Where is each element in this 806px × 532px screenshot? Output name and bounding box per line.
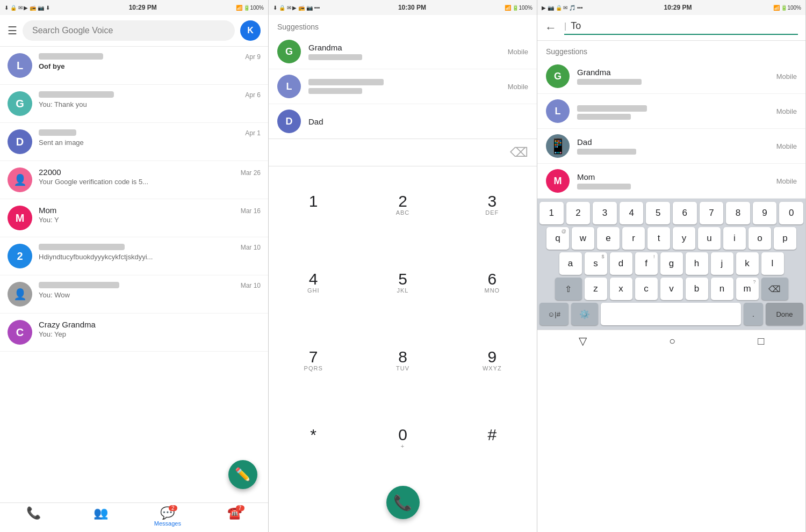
kb-key-8[interactable]: 8 bbox=[726, 202, 750, 224]
kb-key-9[interactable]: 9 bbox=[753, 202, 777, 224]
p3-sugg-grandma[interactable]: G Grandma Mobile bbox=[537, 59, 805, 94]
conv-item-22000[interactable]: 👤 22000 Mar 26 Your Google verification … bbox=[0, 161, 268, 199]
conv-item-hdiyn[interactable]: 2 Mar 10 Hdiyndtucyfbuokdyyykcykfctjskdy… bbox=[0, 237, 268, 275]
kb-key-2[interactable]: 2 bbox=[566, 202, 591, 224]
android-home-btn[interactable]: ○ bbox=[669, 335, 675, 347]
kb-key-q[interactable]: @q bbox=[546, 227, 569, 250]
kb-key-1[interactable]: 1 bbox=[539, 202, 564, 224]
p3-sugg-L[interactable]: L Mobile bbox=[537, 94, 805, 129]
kb-key-c[interactable]: c bbox=[635, 278, 658, 300]
call-button[interactable]: 📞 bbox=[386, 486, 420, 519]
conv-item-image[interactable]: D Apr 1 Sent an image bbox=[0, 123, 268, 161]
kb-key-b[interactable]: b bbox=[686, 278, 708, 300]
p3-sugg-info-grandma: Grandma bbox=[577, 68, 776, 85]
kb-key-t[interactable]: t bbox=[647, 227, 670, 250]
kb-key-p[interactable]: p bbox=[774, 227, 796, 250]
dial-key-2[interactable]: 2ABC bbox=[358, 166, 447, 244]
p3-sugg-type-mom: Mobile bbox=[776, 177, 797, 185]
kb-done-key[interactable]: Done bbox=[766, 303, 803, 325]
dialer-sugg-grandma[interactable]: G Grandma Mobile bbox=[269, 34, 537, 69]
p3-sugg-phone-mom bbox=[577, 184, 631, 190]
kb-key-4[interactable]: 4 bbox=[620, 202, 644, 224]
kb-key-h[interactable]: h bbox=[686, 252, 708, 275]
dial-key-5[interactable]: 5JKL bbox=[358, 244, 447, 322]
kb-key-x[interactable]: x bbox=[610, 278, 632, 300]
kb-key-y[interactable]: y bbox=[673, 227, 695, 250]
conv-item-thankyou[interactable]: G Apr 6 You: Thank you bbox=[0, 85, 268, 123]
back-arrow-icon[interactable]: ← bbox=[545, 21, 557, 35]
conv-item-crazy-grandma[interactable]: C Crazy Grandma You: Yep bbox=[0, 314, 268, 352]
conv-body-thankyou: Apr 6 You: Thank you bbox=[39, 91, 261, 109]
dial-key-4[interactable]: 4GHI bbox=[269, 244, 358, 322]
android-recents-btn[interactable]: □ bbox=[758, 335, 764, 347]
kb-key-m[interactable]: ?m bbox=[736, 278, 759, 300]
kb-key-5[interactable]: 5 bbox=[646, 202, 670, 224]
kb-emoji-key[interactable]: ☺|# bbox=[539, 303, 568, 325]
kb-key-g[interactable]: g bbox=[660, 252, 683, 275]
p3-sugg-dad[interactable]: 📱 Dad Mobile bbox=[537, 129, 805, 164]
nav-contacts[interactable]: 👥 bbox=[67, 506, 134, 527]
dialer-input-row: ⌫ bbox=[269, 139, 537, 166]
kb-key-v[interactable]: v bbox=[660, 278, 683, 300]
kb-settings-key[interactable]: ⚙️ bbox=[571, 303, 598, 325]
p3-sugg-phone-L bbox=[577, 114, 631, 120]
conv-preview-G: You: Thank you bbox=[39, 100, 87, 108]
compose-fab[interactable]: ✏️ bbox=[228, 460, 257, 489]
kb-key-3[interactable]: 3 bbox=[593, 202, 617, 224]
conv-item-wow[interactable]: 👤 Mar 10 You: Wow bbox=[0, 275, 268, 314]
android-back-btn[interactable]: ▽ bbox=[579, 334, 587, 347]
dialer-suggestions-title: Suggestions bbox=[269, 15, 537, 34]
kb-key-e[interactable]: e bbox=[597, 227, 620, 250]
p3-sugg-title: Suggestions bbox=[537, 41, 805, 59]
kb-period-key[interactable]: . bbox=[744, 303, 763, 325]
search-box[interactable]: Search Google Voice bbox=[23, 20, 235, 41]
kb-key-s[interactable]: $s bbox=[585, 252, 607, 275]
kb-key-w[interactable]: w bbox=[572, 227, 594, 250]
kb-key-a[interactable]: a bbox=[559, 252, 582, 275]
kb-key-k[interactable]: k bbox=[736, 252, 759, 275]
conv-avatar-G: G bbox=[8, 91, 32, 116]
dial-key-7[interactable]: 7PQRS bbox=[269, 322, 358, 400]
dial-key-6[interactable]: 6MNO bbox=[448, 244, 537, 322]
dial-key-9[interactable]: 9WXYZ bbox=[448, 322, 537, 400]
nav-calls[interactable]: 📞 bbox=[0, 506, 67, 527]
kb-key-n[interactable]: n bbox=[711, 278, 733, 300]
kb-key-o[interactable]: o bbox=[749, 227, 771, 250]
kb-key-f[interactable]: !f bbox=[635, 252, 658, 275]
dial-key-0[interactable]: 0+ bbox=[358, 399, 447, 477]
backspace-icon[interactable]: ⌫ bbox=[510, 145, 528, 160]
dial-key-3[interactable]: 3DEF bbox=[448, 166, 537, 244]
conv-item-mom[interactable]: M Mom Mar 16 You: Y bbox=[0, 199, 268, 237]
kb-key-u[interactable]: u bbox=[698, 227, 721, 250]
status-time-p1: 10:29 PM bbox=[129, 4, 157, 11]
kb-backspace-key[interactable]: ⌫ bbox=[761, 278, 788, 300]
user-avatar-k[interactable]: K bbox=[240, 20, 261, 41]
kb-key-6[interactable]: 6 bbox=[673, 202, 697, 224]
kb-key-d[interactable]: d bbox=[610, 252, 632, 275]
conv-item-oof-bye[interactable]: L Apr 9 Oof bye bbox=[0, 47, 268, 85]
kb-key-j[interactable]: j bbox=[711, 252, 733, 275]
to-field-value[interactable]: To bbox=[571, 20, 581, 32]
kb-space-key[interactable] bbox=[601, 303, 741, 325]
dial-key-8[interactable]: 8TUV bbox=[358, 322, 447, 400]
hamburger-icon[interactable]: ☰ bbox=[8, 24, 17, 37]
kb-key-0[interactable]: 0 bbox=[779, 202, 803, 224]
kb-key-7[interactable]: 7 bbox=[700, 202, 724, 224]
dialer-sugg-info-L bbox=[308, 79, 508, 94]
dial-key-star[interactable]: * bbox=[269, 399, 358, 477]
dial-key-hash[interactable]: # bbox=[448, 399, 537, 477]
p3-sugg-info-L bbox=[577, 103, 776, 120]
android-nav: ▽ ○ □ bbox=[537, 330, 805, 352]
kb-key-i[interactable]: i bbox=[723, 227, 746, 250]
kb-key-l[interactable]: l bbox=[761, 252, 784, 275]
conv-date-G: Apr 6 bbox=[245, 91, 261, 99]
dialer-sugg-L[interactable]: L Mobile bbox=[269, 69, 537, 104]
nav-messages[interactable]: 💬 2 Messages bbox=[134, 506, 202, 527]
kb-key-z[interactable]: z bbox=[585, 278, 607, 300]
dialer-sugg-dad[interactable]: D Dad bbox=[269, 104, 537, 139]
nav-voicemail[interactable]: ☎️ 7 bbox=[201, 506, 268, 527]
p3-sugg-mom[interactable]: M Mom Mobile bbox=[537, 164, 805, 199]
kb-shift-key[interactable]: ⇧ bbox=[555, 278, 582, 300]
dial-key-1[interactable]: 1 bbox=[269, 166, 358, 244]
kb-key-r[interactable]: r bbox=[622, 227, 645, 250]
